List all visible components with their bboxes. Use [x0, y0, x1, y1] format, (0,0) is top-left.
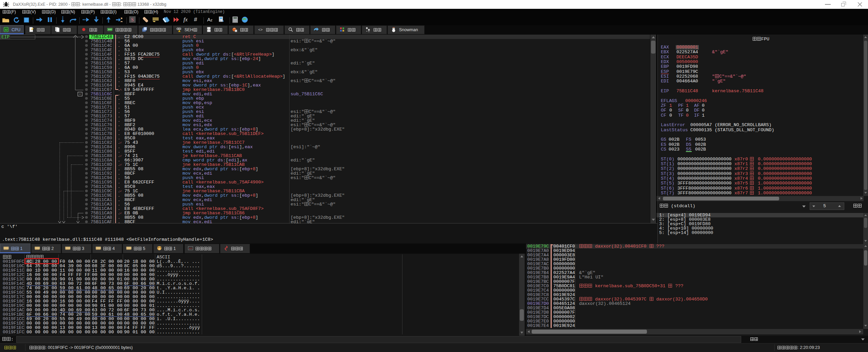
- svg-text:32: 32: [5, 28, 8, 31]
- svg-text:S: S: [131, 17, 134, 22]
- svg-text:x=: x=: [189, 247, 192, 250]
- svg-text:<>: <>: [207, 28, 211, 32]
- svg-text:<>: <>: [258, 28, 262, 32]
- svg-text:!: !: [180, 30, 181, 33]
